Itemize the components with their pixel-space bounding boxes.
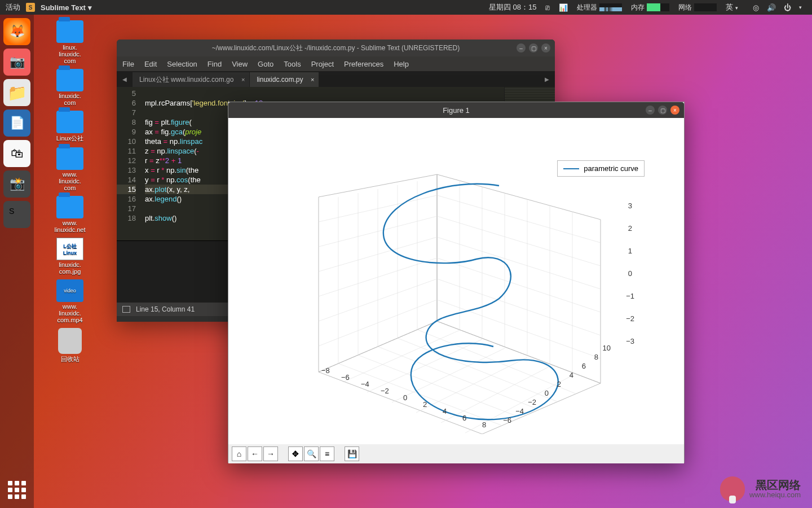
gutter: 56789101112131415161718 (117, 87, 140, 240)
a11y-icon[interactable]: ◎ (753, 3, 759, 12)
x-tick: 8 (482, 421, 486, 429)
system-menu-chevron-icon[interactable]: ▾ (799, 5, 802, 10)
svg-line-36 (465, 375, 572, 433)
indicator-icon[interactable]: ⎚ (545, 3, 550, 12)
screenshot2-launcher[interactable]: 📸 (3, 170, 30, 198)
maximize-button[interactable]: ▢ (529, 43, 538, 52)
tab-scroll-right[interactable]: ▶ (539, 71, 555, 87)
desktop-icon[interactable]: www. linuxidc. com (47, 147, 92, 191)
maximize-button[interactable]: ▢ (658, 106, 667, 115)
x-tick: 2 (423, 400, 427, 409)
x-tick: 4 (443, 407, 447, 415)
svg-line-11 (437, 237, 601, 289)
launcher-dock: 🦊 📷 📁 📄 🛍 📸 S (0, 15, 34, 508)
menu-item[interactable]: Tools (284, 60, 301, 68)
x-tick: −8 (321, 366, 330, 375)
show-apps-button[interactable] (6, 479, 28, 501)
matplotlib-window: Figure 1 – ▢ × parametric curve (228, 102, 685, 463)
watermark-title: 黑区网络 (749, 479, 801, 491)
app-menu[interactable]: Sublime Text ▾ (41, 3, 92, 12)
zoom-button[interactable]: 🔍 (304, 446, 319, 461)
figure-title: Figure 1 (443, 106, 470, 115)
z-tick: 2 (628, 224, 632, 233)
ime-indicator[interactable]: 英 ▾ (726, 2, 738, 12)
figure-titlebar[interactable]: Figure 1 – ▢ × (228, 102, 684, 118)
figure-canvas[interactable]: parametric curve 3 2 1 0 −1 (228, 118, 684, 444)
panel-switch-icon[interactable] (122, 306, 130, 313)
y-tick: 8 (594, 353, 598, 361)
save-button[interactable]: 💾 (345, 446, 359, 461)
z-tick: −3 (626, 337, 634, 345)
configure-button[interactable]: ≡ (320, 446, 334, 461)
software-launcher[interactable]: 🛍 (3, 140, 30, 167)
menu-item[interactable]: File (122, 60, 134, 68)
close-button[interactable]: × (670, 106, 679, 115)
z-tick: 3 (628, 202, 632, 210)
pan-button[interactable]: ✥ (288, 446, 303, 461)
cursor-position: Line 15, Column 41 (136, 305, 195, 313)
tab-scroll-left[interactable]: ◀ (117, 71, 133, 87)
mem-indicator[interactable]: 内存 (631, 3, 669, 12)
top-bar: 活动 S Sublime Text ▾ 星期四 08：15 ⎚ 📊 处理器 内存… (0, 0, 812, 15)
desktop-icon[interactable]: www. linuxidc.net (47, 196, 92, 233)
sublime-launcher[interactable]: S (3, 201, 30, 228)
menu-item[interactable]: Selection (167, 60, 197, 68)
desktop-icon[interactable]: videowww. linuxidc. com.mp4 (47, 279, 92, 323)
desktop-icon[interactable]: Linux公社 (47, 111, 92, 143)
svg-line-9 (437, 195, 601, 243)
editor-tab[interactable]: Linux公社 www.linuxidc.com.go× (133, 72, 249, 87)
svg-line-31 (343, 330, 460, 382)
cpu-indicator[interactable]: 处理器 (577, 3, 622, 12)
editor-tab-active[interactable]: linuxidc.com.py× (250, 72, 319, 87)
menu-item[interactable]: Goto (258, 60, 273, 68)
z-tick: −2 (626, 314, 634, 323)
power-icon[interactable]: ⏻ (784, 3, 791, 12)
svg-line-13 (437, 279, 601, 335)
menu-item[interactable]: View (232, 60, 248, 68)
activities-button[interactable]: 活动 (6, 2, 20, 12)
desktop-icon[interactable]: linux. linuxidc. com (47, 20, 92, 64)
x-tick: −4 (361, 380, 369, 388)
y-tick: 0 (545, 389, 549, 397)
back-button[interactable]: ← (248, 446, 262, 461)
files-launcher[interactable]: 📁 (3, 79, 30, 106)
volume-icon[interactable]: 🔊 (767, 3, 776, 12)
home-button[interactable]: ⌂ (232, 446, 246, 461)
mushroom-icon (720, 476, 745, 501)
libreoffice-launcher[interactable]: 📄 (3, 110, 30, 137)
tab-close-icon[interactable]: × (241, 76, 245, 83)
minimize-button[interactable]: – (517, 43, 526, 52)
window-title: ~/www.linuxidc.com/Linux公社 -/linuxidc.co… (212, 43, 460, 53)
chart-3d-axes (307, 169, 623, 434)
menu-item[interactable]: Project (311, 60, 334, 68)
forward-button[interactable]: → (263, 446, 278, 461)
tabbar: ◀ Linux公社 www.linuxidc.com.go× linuxidc.… (117, 71, 555, 87)
firefox-launcher[interactable]: 🦊 (3, 18, 30, 45)
y-tick: −6 (503, 416, 511, 424)
svg-line-32 (367, 339, 482, 392)
svg-line-35 (441, 366, 550, 423)
desktop-icon[interactable]: linuxidc. com (47, 69, 92, 106)
menu-item[interactable]: Preferences (344, 60, 383, 68)
svg-line-29 (398, 338, 557, 401)
trash-icon[interactable]: 回收站 (47, 328, 92, 364)
sublime-titlebar[interactable]: ~/www.linuxidc.com/Linux公社 -/linuxidc.co… (117, 40, 555, 56)
menu-item[interactable]: Help (394, 60, 409, 68)
menubar: File Edit Selection Find View Goto Tools… (117, 56, 555, 71)
minimize-button[interactable]: – (646, 106, 655, 115)
y-tick: 4 (570, 371, 573, 379)
tab-close-icon[interactable]: × (311, 76, 314, 83)
svg-line-14 (437, 300, 601, 358)
watermark-url: www.heiqu.com (749, 491, 801, 499)
menu-item[interactable]: Find (208, 60, 222, 68)
screenshot-launcher[interactable]: 📷 (3, 49, 30, 76)
close-button[interactable]: × (541, 43, 550, 52)
clock[interactable]: 星期四 08：15 (489, 2, 537, 12)
chart-indicator-icon[interactable]: 📊 (559, 3, 568, 12)
net-indicator[interactable]: 网络 (678, 3, 717, 12)
x-tick: −2 (381, 387, 389, 395)
y-tick: 2 (557, 380, 561, 388)
desktop-icon[interactable]: L公社Linuxlinuxidc. com.jpg (47, 238, 92, 275)
svg-line-10 (437, 216, 601, 266)
menu-item[interactable]: Edit (144, 60, 157, 68)
